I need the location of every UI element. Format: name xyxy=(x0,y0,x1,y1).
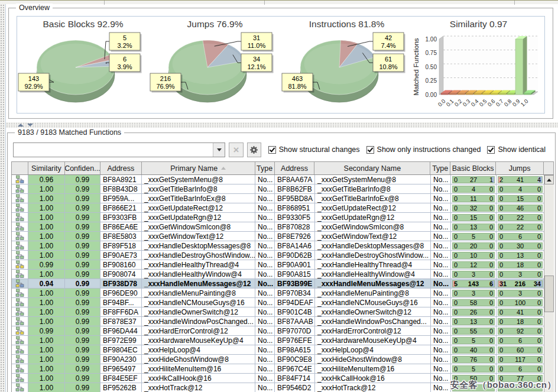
checkbox-show-structural-changes[interactable]: Show structural changes xyxy=(268,145,360,154)
primary-address-cell: BF96DE90 xyxy=(100,289,142,298)
clear-filter-button[interactable]: × xyxy=(229,142,243,157)
filter-checkboxes: Show structural changesShow only instruc… xyxy=(268,145,552,154)
collapse-down-icon[interactable] xyxy=(27,124,33,127)
type-cell: No... xyxy=(255,298,275,307)
horizontal-splitter[interactable] xyxy=(6,122,558,128)
bar-value: 46 xyxy=(498,205,542,212)
table-row[interactable]: 1.000.99BF89F518_xxxHandleDesktopMessage… xyxy=(12,241,544,251)
similarity-cell: 1.00 xyxy=(28,270,65,279)
checkbox-show-identical[interactable]: Show identical xyxy=(487,145,546,154)
column-header-type[interactable]: Type xyxy=(255,162,275,174)
similarity-cell: 0.99 xyxy=(28,260,65,270)
secondary-name-cell: _xxxGetTitleBarInfoEx@8 xyxy=(315,194,431,203)
similarity-cell: 0.99 xyxy=(28,326,65,336)
secondary-name-cell: _xxxGetSystemMenu@8 xyxy=(315,175,431,184)
similarity-cell: 0.96 xyxy=(28,175,65,184)
checkmark-icon xyxy=(367,146,373,152)
bar-value: 0 xyxy=(537,195,541,202)
jumps-cell: 0130 xyxy=(497,251,544,260)
basic-blocks-cell: 050 xyxy=(451,336,497,345)
column-header-jumps[interactable]: Jumps xyxy=(496,162,544,174)
type-cell: No... xyxy=(431,279,451,289)
bar-value: 5 xyxy=(453,365,494,372)
table-row[interactable]: 1.000.99BF908074_xxxHandleHealthyWindow@… xyxy=(12,270,544,279)
collapse-up-icon[interactable] xyxy=(18,124,24,127)
column-header-basic-blocks[interactable]: Basic Blocks xyxy=(450,162,496,174)
secondary-name-cell: _xxxHelpLoop@4 xyxy=(315,345,431,355)
table-row[interactable]: 1.000.99BF972E99_xxxHardwareMouseKeyUp@4… xyxy=(12,336,544,345)
left-splitter-grip[interactable] xyxy=(0,4,6,392)
table-row[interactable]: 1.000.99BF866E21_xxxGetUpdateRect@12No..… xyxy=(12,203,544,213)
table-row[interactable]: 1.000.99BF8FF6DA_xxxHandleOwnerSwitch@12… xyxy=(12,307,544,317)
primary-name-cell: _xxxHandleNCMouseGuys@16 xyxy=(142,298,255,307)
type-cell: No... xyxy=(431,241,451,251)
column-header-secondary-name[interactable]: Secondary Name xyxy=(314,162,430,174)
secondary-name-cell: _xxxHandleMenuPainting@8 xyxy=(315,289,431,298)
confidence-cell: 0.99 xyxy=(65,298,100,307)
basic-blocks-cell: 0130 xyxy=(451,317,497,326)
table-body: 0.960.99BF8A8921_xxxGetSystemMenu@8No...… xyxy=(12,175,554,392)
bar-value: 92 xyxy=(498,328,542,335)
scrollbar-thumb[interactable] xyxy=(544,276,554,312)
column-header-type[interactable]: Type xyxy=(430,162,450,174)
match-type-icon-cell xyxy=(12,326,28,336)
filter-input[interactable] xyxy=(14,143,213,157)
table-header: SimilarityConfiden...AddressPrimary Name… xyxy=(12,162,554,175)
basic-blocks-cell: 0130 xyxy=(451,222,497,232)
jumps-cell: 0460 xyxy=(497,203,544,213)
table-row[interactable]: 1.000.99BF8E5803_xxxGetWindowText@12No..… xyxy=(12,232,544,241)
table-row[interactable]: 0.990.99BF96DA44_xxxHardErrorControl@12N… xyxy=(12,326,544,336)
flowgraph-match-icon xyxy=(15,184,24,193)
table-row[interactable]: 0.940.99BF938D78_xxxHandleMenuMessages@1… xyxy=(12,279,544,289)
basic-blocks-cell: 050 xyxy=(451,364,497,374)
table-row[interactable]: 0.990.99BF908160_xxxHandleHealthyThread@… xyxy=(12,260,544,270)
table-row[interactable]: 1.000.99BF878E37_xxxHandleWindowPosChang… xyxy=(12,317,544,326)
table-row[interactable]: 1.000.99BF9303FB_xxxGetUpdateRgn@12No...… xyxy=(12,213,544,222)
table-row[interactable]: 1.000.99BF90A230_xxxHideGhostWindow@8No.… xyxy=(12,355,544,364)
column-header-primary-name[interactable]: Primary Name xyxy=(142,162,255,174)
column-header-address[interactable]: Address xyxy=(100,162,142,174)
similarity-cell: 1.00 xyxy=(28,298,65,307)
table-row[interactable]: 1.000.99BF959A..._xxxGetTitleBarInfoEx@8… xyxy=(12,194,544,203)
type-cell: No... xyxy=(431,326,451,336)
column-header-address[interactable]: Address xyxy=(275,162,315,174)
match-type-icon-cell xyxy=(12,317,28,326)
table-row[interactable]: 1.000.99BF94BF..._xxxHandleNCMouseGuys@1… xyxy=(12,298,544,307)
bar-value: 117 xyxy=(498,356,542,363)
bar-value: 0 xyxy=(489,186,493,193)
table-row[interactable]: 1.000.99BF8B43D8_xxxGetTitleBarInfo@8No.… xyxy=(12,184,544,194)
column-header-similarity[interactable]: Similarity xyxy=(28,162,65,174)
table-row[interactable]: 1.000.99BF90AE73_xxxHandleDestroyGhostWi… xyxy=(12,251,544,260)
type-cell: No... xyxy=(255,307,275,317)
chevron-down-icon xyxy=(217,148,222,151)
table-row[interactable]: 0.960.99BF8A8921_xxxGetSystemMenu@8No...… xyxy=(12,175,544,184)
primary-name-cell: _xxxHandleHealthyThread@4 xyxy=(142,260,255,270)
type-cell: No... xyxy=(255,364,275,374)
secondary-address-cell: BF8E7926 xyxy=(275,232,315,241)
type-cell: No... xyxy=(431,251,451,260)
table-row[interactable]: 1.000.99BF96DE90_xxxHandleMenuPainting@8… xyxy=(12,289,544,298)
column-header-icon[interactable] xyxy=(12,162,28,174)
checkbox-box[interactable] xyxy=(268,146,276,154)
vertical-scrollbar[interactable] xyxy=(544,175,554,392)
match-type-icon-cell xyxy=(12,194,28,203)
primary-name-cell: _xxxGetUpdateRgn@12 xyxy=(142,213,255,222)
checkbox-show-only-instructions-changed[interactable]: Show only instructions changed xyxy=(366,145,481,154)
checkbox-box[interactable] xyxy=(487,146,495,154)
scroll-up-button[interactable] xyxy=(544,175,554,184)
table-row[interactable]: 1.000.99BF9804EC_xxxHelpLoop@4No...BF98A… xyxy=(12,345,544,355)
settings-button[interactable] xyxy=(247,142,261,157)
secondary-name-cell: _xxxHandleNCMouseGuys@16 xyxy=(315,298,431,307)
bar-value: 13 xyxy=(453,318,494,325)
bar-value: 13 xyxy=(498,252,542,259)
type-cell: No... xyxy=(431,260,451,270)
table-row[interactable]: 1.000.99BF86EA6E_xxxGetWindowSmIcon@8No.… xyxy=(12,222,544,232)
type-cell: No... xyxy=(431,222,451,232)
primary-name-cell: _xxxHardErrorControl@12 xyxy=(142,326,255,336)
table-row[interactable]: 1.000.99BF965497_xxxHiliteMenuItem@16No.… xyxy=(12,364,544,374)
checkbox-box[interactable] xyxy=(366,146,374,154)
column-header-confiden-[interactable]: Confiden... xyxy=(65,162,100,174)
bar-chart-canvas: 46381.8%427.4%6110.8% xyxy=(281,30,413,110)
primary-address-cell: BF94BF... xyxy=(100,298,142,307)
combo-dropdown-button[interactable] xyxy=(213,143,225,157)
